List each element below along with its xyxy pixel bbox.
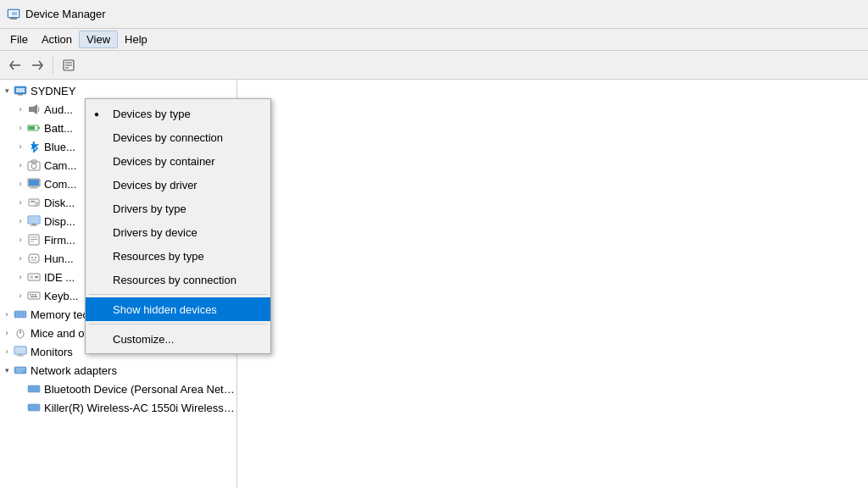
menu-resources-by-type[interactable]: Resources by type [86,244,270,268]
dropdown-separator-1 [89,294,267,295]
svg-rect-21 [29,180,39,186]
display-label: Disp... [44,215,75,228]
svg-rect-3 [12,12,17,15]
menu-help[interactable]: Help [118,31,154,47]
right-panel [237,80,868,488]
show-hidden-devices-label: Show hidden devices [113,303,217,316]
expand-audio[interactable]: › [14,103,27,116]
svg-rect-40 [30,275,33,279]
resources-by-connection-label: Resources by connection [113,274,236,286]
ide-icon [27,270,41,284]
disk-icon [27,196,41,209]
expand-battery[interactable]: › [14,121,27,135]
menu-customize[interactable]: Customize... [86,327,270,351]
svg-rect-57 [19,354,22,356]
menu-file[interactable]: File [3,31,35,47]
forward-button[interactable] [27,55,47,75]
svg-rect-12 [18,94,23,96]
svg-rect-11 [16,88,25,92]
svg-point-26 [36,202,38,205]
bluetooth-net-label: Bluetooth Device (Personal Area Network) [44,383,236,396]
computer-icon [27,177,41,191]
menu-devices-by-driver[interactable]: Devices by driver [86,173,270,197]
disk-label: Disk... [44,197,75,209]
computer-label: Com... [44,178,76,191]
tree-item-bluetooth-net[interactable]: › Bluetooth Device (Personal Area Networ… [0,380,236,398]
menu-drivers-by-device[interactable]: Drivers by device [86,220,270,244]
tree-root[interactable]: ▾ SYDNEY [0,81,236,100]
expand-hid[interactable]: › [14,252,27,265]
properties-button[interactable] [58,55,79,75]
menu-devices-by-container[interactable]: Devices by container [86,149,270,173]
monitors-label: Monitors [31,346,73,358]
expand-network[interactable]: ▾ [0,363,14,377]
svg-rect-64 [28,404,40,411]
expand-camera[interactable]: › [14,158,27,172]
keyboard-label: Keyb... [44,290,78,302]
svg-rect-45 [35,294,36,296]
tree-item-network[interactable]: ▾ Network adapters [0,361,236,380]
keyboard-icon [27,289,41,302]
menu-devices-by-connection[interactable]: Devices by connection [86,125,270,149]
back-button[interactable] [5,55,25,75]
mice-icon [14,326,27,340]
svg-rect-16 [29,126,35,130]
expand-computer[interactable]: › [14,177,27,191]
battery-icon [27,121,41,135]
svg-rect-13 [29,107,33,112]
svg-point-18 [31,164,36,169]
main-content: ▾ SYDNEY › Aud... [0,80,868,488]
svg-rect-58 [17,356,24,357]
resources-by-type-label: Resources by type [113,250,204,263]
svg-rect-23 [30,188,38,189]
firmware-label: Firm... [44,234,75,247]
expand-firmware[interactable]: › [14,233,27,247]
menu-resources-by-connection[interactable]: Resources by connection [86,268,270,291]
toolbar-separator [53,57,53,74]
network-icon [14,363,27,377]
ide-label: IDE ... [44,271,75,284]
menu-show-hidden-devices[interactable]: Show hidden devices [86,297,270,321]
tree-item-killer-wifi[interactable]: › Killer(R) Wireless-AC 1550i Wireless N… [0,398,236,417]
expand-monitors[interactable]: › [0,345,14,358]
menu-devices-by-type[interactable]: ● Devices by type [86,102,270,125]
menu-action[interactable]: Action [35,31,79,47]
expand-display[interactable]: › [14,214,27,228]
toolbar [0,51,868,80]
killer-wifi-label: Killer(R) Wireless-AC 1550i Wireless Net… [44,402,236,414]
devices-by-type-label: Devices by type [113,108,191,120]
title-bar: Device Manager [0,0,868,29]
svg-point-54 [19,331,21,333]
memory-icon [14,308,27,321]
dropdown-separator-2 [89,324,267,324]
customize-label: Customize... [113,333,174,346]
svg-rect-43 [30,294,31,296]
menu-view[interactable]: View [79,30,118,48]
svg-rect-15 [38,127,40,129]
devices-by-connection-label: Devices by connection [113,131,223,144]
battery-label: Batt... [44,122,73,135]
svg-rect-35 [29,254,39,263]
view-dropdown-menu: ● Devices by type Devices by connection … [85,98,271,354]
svg-rect-22 [31,186,36,188]
svg-point-36 [31,257,33,258]
expand-bluetooth[interactable]: › [14,140,27,153]
expand-disk[interactable]: › [14,196,27,209]
hid-label: Hun... [44,252,74,265]
svg-rect-41 [35,276,38,278]
expand-keyboard[interactable]: › [14,289,27,302]
root-label: SYDNEY [31,85,75,97]
expand-root[interactable]: ▾ [0,84,14,97]
camera-icon [27,158,41,172]
expand-memory[interactable]: › [0,308,14,321]
svg-rect-30 [31,225,37,226]
svg-rect-31 [29,235,39,245]
expand-mice[interactable]: › [0,326,14,340]
expand-ide[interactable]: › [14,270,27,284]
svg-rect-56 [15,347,25,353]
devices-by-container-label: Devices by container [113,155,215,168]
menu-drivers-by-type[interactable]: Drivers by type [86,197,270,220]
audio-icon [27,103,41,116]
drivers-by-device-label: Drivers by device [113,226,198,239]
killer-wifi-icon [27,401,41,414]
